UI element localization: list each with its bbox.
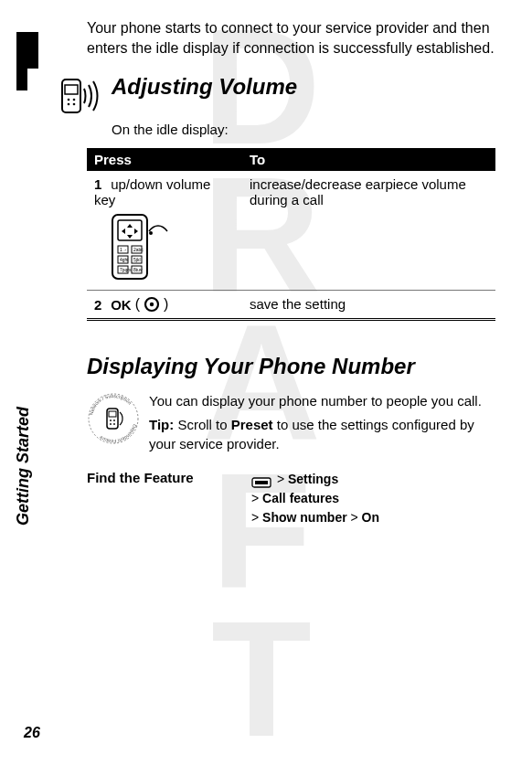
svg-text:8tuv: 8tuv bbox=[133, 267, 143, 272]
tab-marker-small bbox=[16, 68, 27, 90]
tip-label: Tip: bbox=[149, 417, 174, 432]
menu-item-settings: Settings bbox=[288, 472, 338, 486]
col-to: To bbox=[242, 148, 495, 171]
page-number: 26 bbox=[24, 725, 40, 741]
gt: > bbox=[251, 510, 259, 525]
section-subline: On the idle display: bbox=[112, 122, 495, 137]
paren-open: ( bbox=[135, 296, 140, 313]
svg-point-20 bbox=[149, 231, 153, 235]
network-feature-icon: Network / Subscription Dependent Feature bbox=[87, 392, 140, 445]
menu-item-on: On bbox=[362, 510, 379, 525]
tip-text1: Scroll to bbox=[174, 417, 231, 432]
to-text: save the setting bbox=[242, 291, 495, 320]
gt: > bbox=[277, 472, 284, 486]
svg-text:4ghi: 4ghi bbox=[120, 257, 128, 262]
page-content: Getting Started Your phone starts to con… bbox=[0, 0, 532, 765]
section-tab-label: Getting Started bbox=[14, 407, 33, 526]
preset-keyword: Preset bbox=[231, 417, 273, 432]
feature-tip: Tip: Scroll to Preset to use the setting… bbox=[149, 416, 495, 453]
phone-keypad-icon: 1 .- 2abc 4ghi 5jkl 7pqrs 8tuv bbox=[111, 213, 235, 284]
center-key-icon bbox=[144, 296, 160, 313]
feature-paragraph: You can display your phone number to peo… bbox=[149, 392, 495, 410]
ok-key-label: OK bbox=[111, 297, 132, 313]
col-press: Press bbox=[87, 148, 242, 171]
table-row: 1 up/down volume key 1 .- 2abc 4gh bbox=[87, 171, 495, 291]
phone-volume-icon bbox=[55, 74, 101, 118]
svg-point-22 bbox=[150, 303, 154, 306]
svg-point-28 bbox=[110, 420, 112, 421]
section-tab: Getting Started bbox=[14, 32, 41, 352]
svg-text:5jkl: 5jkl bbox=[133, 257, 141, 262]
svg-rect-33 bbox=[255, 481, 268, 484]
svg-point-30 bbox=[110, 423, 112, 425]
table-row: 2 OK ( ) save the setting bbox=[87, 291, 495, 320]
svg-point-31 bbox=[113, 423, 115, 425]
menu-path: > Settings > Call features > Show number… bbox=[251, 470, 379, 527]
intro-paragraph: Your phone starts to connect to your ser… bbox=[87, 18, 495, 58]
gt: > bbox=[251, 491, 259, 505]
section-heading-volume: Adjusting Volume bbox=[112, 74, 297, 100]
svg-point-5 bbox=[73, 103, 76, 106]
tab-marker bbox=[16, 32, 38, 69]
to-text: increase/decrease earpiece volume during… bbox=[242, 171, 495, 291]
svg-text:2abc: 2abc bbox=[133, 247, 144, 252]
svg-point-2 bbox=[68, 99, 70, 101]
paren-close: ) bbox=[164, 296, 168, 313]
press-text: up/down volume key bbox=[94, 176, 210, 207]
instruction-table: Press To 1 up/down volume key bbox=[87, 148, 495, 321]
svg-text:1 .-: 1 .- bbox=[120, 247, 127, 252]
step-number: 2 bbox=[94, 297, 107, 313]
menu-item-callfeatures: Call features bbox=[262, 491, 339, 505]
find-feature-label: Find the Feature bbox=[87, 470, 251, 527]
svg-rect-1 bbox=[65, 85, 78, 94]
gt: > bbox=[351, 510, 358, 525]
svg-point-4 bbox=[68, 103, 70, 106]
step-number: 1 bbox=[94, 176, 107, 192]
svg-point-3 bbox=[73, 99, 76, 101]
svg-text:7pqrs: 7pqrs bbox=[120, 267, 132, 272]
menu-item-shownumber: Show number bbox=[262, 510, 347, 525]
section-heading-displaynumber: Displaying Your Phone Number bbox=[87, 354, 495, 379]
menu-key-icon bbox=[251, 474, 271, 485]
svg-point-29 bbox=[113, 420, 115, 421]
